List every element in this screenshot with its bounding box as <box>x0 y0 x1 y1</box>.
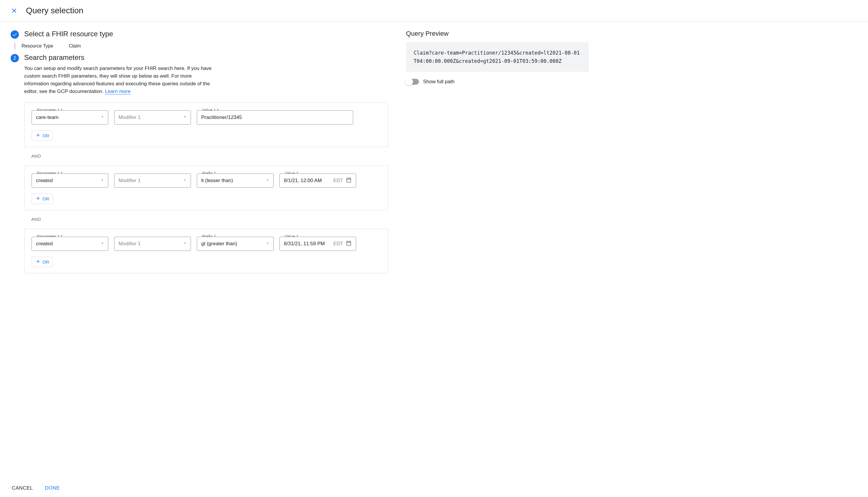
plus-icon <box>35 132 41 139</box>
resource-type-value: Claim <box>69 43 81 49</box>
plus-icon <box>35 259 41 265</box>
dialog-header: Query selection <box>0 0 868 22</box>
and-separator: AND <box>31 154 388 158</box>
learn-more-link[interactable]: Learn more <box>105 88 131 95</box>
step-2-badge: 2 <box>11 54 19 62</box>
plus-icon <box>35 196 41 202</box>
close-icon[interactable] <box>11 7 18 14</box>
query-preview-text: Claim?care-team=Practitioner/12345&creat… <box>406 42 589 72</box>
add-or-button[interactable]: OR <box>32 130 53 141</box>
modifier-select[interactable]: Modifier 1 <box>114 237 191 251</box>
step-2-description: You can setup and modify search paramete… <box>24 65 213 95</box>
step-2-title: Search parameters <box>24 53 388 62</box>
calendar-icon[interactable] <box>346 177 352 184</box>
prefix-select[interactable]: gt (greater than) <box>197 237 274 251</box>
modifier-select[interactable]: Modifier 1 <box>114 110 191 125</box>
value-date-input[interactable]: 8/31/21, 11:59 PMEDT <box>279 237 356 251</box>
parameter-select[interactable]: care-team <box>32 110 108 125</box>
parameter-select[interactable]: created <box>32 237 108 251</box>
step-complete-icon <box>11 30 19 39</box>
show-full-path-label: Show full path <box>423 79 455 85</box>
chevron-down-icon <box>100 114 104 120</box>
chevron-down-icon <box>265 178 270 184</box>
step-1-title: Select a FHIR resource type <box>24 30 113 38</box>
calendar-icon[interactable] <box>346 240 352 247</box>
add-or-button[interactable]: OR <box>32 194 53 204</box>
chevron-down-icon <box>183 178 187 184</box>
dialog-title: Query selection <box>26 6 84 15</box>
parameter-group: Parameter 1 *createdModifier 1Prefix 1gt… <box>24 229 388 273</box>
value-input[interactable]: Practitioner/12345 <box>197 110 353 125</box>
step-1-header: Select a FHIR resource type <box>11 30 388 39</box>
parameter-group: Parameter 1 *care-teamModifier 1Value 1 … <box>24 102 388 147</box>
timezone-label: EDT <box>333 178 343 183</box>
prefix-select[interactable]: lt (lesser than) <box>197 173 274 188</box>
chevron-down-icon <box>265 241 270 247</box>
resource-type-label: Resource Type <box>21 43 69 49</box>
chevron-down-icon <box>183 114 187 120</box>
and-separator: AND <box>31 217 388 222</box>
chevron-down-icon <box>183 241 187 247</box>
parameter-select[interactable]: created <box>32 173 108 188</box>
show-full-path-toggle[interactable] <box>406 79 419 85</box>
add-or-button[interactable]: OR <box>32 257 53 267</box>
chevron-down-icon <box>100 178 104 184</box>
query-preview-title: Query Preview <box>406 30 589 38</box>
value-date-input[interactable]: 8/1/21, 12:00 AMEDT <box>279 173 356 188</box>
parameter-group: Parameter 1 *createdModifier 1Prefix 1lt… <box>24 166 388 210</box>
modifier-select[interactable]: Modifier 1 <box>114 173 191 188</box>
stepper-connector <box>15 43 15 49</box>
chevron-down-icon <box>100 241 104 247</box>
timezone-label: EDT <box>333 241 343 246</box>
